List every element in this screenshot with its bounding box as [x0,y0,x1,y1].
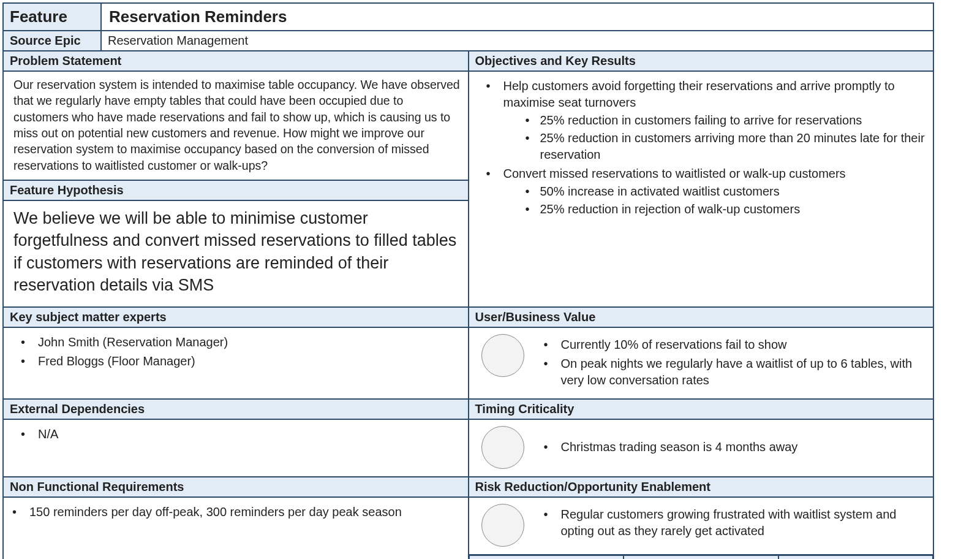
value-feature: Reservation Reminders [101,3,933,31]
ext-deps-content: N/A [3,419,469,477]
nfr-content: 150 reminders per day off-peak, 300 remi… [3,497,469,559]
okr-item: Help customers avoid forgetting their re… [486,78,927,163]
label-source-epic: Source Epic [3,31,101,51]
deps-item: N/A [21,426,462,443]
label-feature-hypothesis: Feature Hypothesis [3,180,469,200]
right-column-okr: Objectives and Key Results Help customer… [469,51,934,307]
sme-content: John Smith (Reservation Manager) Fred Bl… [3,327,469,399]
row-source-epic: Source Epic Reservation Management [3,31,933,51]
ubv-item: Currently 10% of reservations fail to sh… [544,337,926,353]
label-sme: Key subject matter experts [3,307,469,327]
label-cod: Cost of Delay [469,555,624,559]
ubv-content: Currently 10% of reservations fail to sh… [469,327,934,399]
label-risk: Risk Reduction/Opportunity Enablement [469,477,934,497]
label-nfr: Non Functional Requirements [3,477,469,497]
sme-item: Fred Bloggs (Floor Manager) [21,353,462,370]
label-ext-deps: External Dependencies [3,399,469,419]
okr-subitem: 50% increase in activated waitlist custo… [526,183,927,200]
okr-subitem: 25% reduction in customers failing to ar… [526,112,927,129]
row-deps-timing: External Dependencies N/A Timing Critica… [3,399,933,477]
label-problem-statement: Problem Statement [3,51,469,71]
ubv-item: On peak nights we regularly have a waitl… [544,356,926,389]
problem-statement-text: Our reservation system is intended to ma… [3,71,469,180]
risk-item: Regular customers growing frustrated wit… [544,506,926,539]
okr-content: Help customers avoid forgetting their re… [469,71,934,307]
okr-subitem: 25% reduction in customers arriving more… [526,130,927,163]
label-timing: Timing Criticality [469,399,934,419]
risk-content: Regular customers growing frustrated wit… [469,497,934,555]
okr-item: Convert missed reservations to waitliste… [486,165,927,218]
row-nfr-risk: Non Functional Requirements 150 reminder… [3,477,933,559]
sme-item: John Smith (Reservation Manager) [21,334,462,351]
timing-item: Christmas trading season is 4 months awa… [544,439,798,455]
main-columns: Problem Statement Our reservation system… [3,51,933,307]
okr-subitem: 25% reduction in rejection of walk-up cu… [526,201,927,218]
score-circle-risk [481,504,524,547]
label-ubv: User/Business Value [469,307,934,327]
row-feature: Feature Reservation Reminders [3,3,933,31]
row-sme-ubv: Key subject matter experts John Smith (R… [3,307,933,399]
left-column: Problem Statement Our reservation system… [3,51,469,307]
score-circle-ubv [481,334,524,377]
label-feature: Feature [3,3,101,31]
feature-card: Feature Reservation Reminders Source Epi… [2,2,934,559]
label-size: Size [624,555,778,559]
label-okr: Objectives and Key Results [469,51,934,71]
score-circle-timing [481,426,524,469]
label-wsjf: WSJF [778,555,933,559]
nfr-item: 150 reminders per day off-peak, 300 remi… [12,504,462,520]
timing-content: Christmas trading season is 4 months awa… [469,419,934,477]
value-source-epic: Reservation Management [101,31,933,51]
feature-hypothesis-text: We believe we will be able to minimise c… [3,200,469,307]
wsjf-header: Cost of Delay Size WSJF [469,555,934,559]
